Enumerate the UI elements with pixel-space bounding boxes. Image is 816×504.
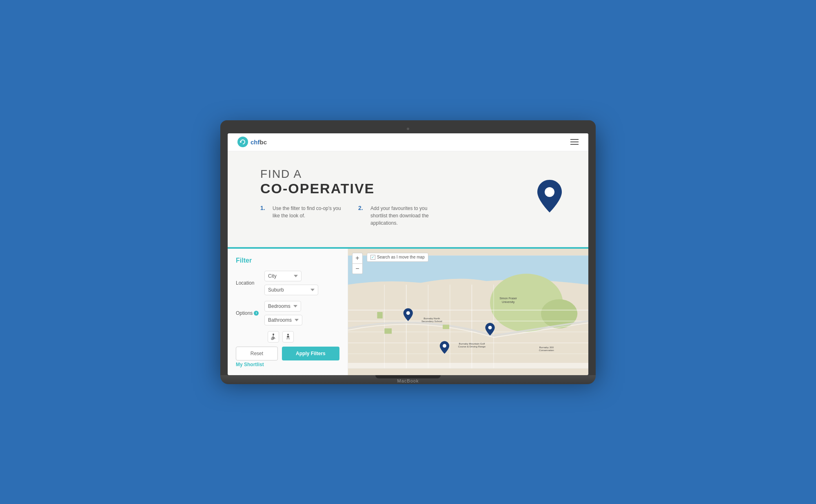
hero-step-1: 1. Use the filter to find co-op's you li…: [260, 205, 342, 227]
screen: chfbc FIND A CO-OPERATIVE 1.: [228, 133, 588, 375]
hamburger-line-3: [570, 144, 579, 145]
svg-text:Secondary School: Secondary School: [421, 319, 442, 322]
svg-point-5: [287, 334, 289, 335]
svg-point-33: [488, 325, 492, 329]
hero-title-coop: CO-OPERATIVE: [260, 181, 440, 197]
shortlist-link[interactable]: My Shortlist: [236, 360, 339, 368]
reset-button[interactable]: Reset: [236, 347, 278, 360]
svg-text:Simon Fraser: Simon Fraser: [499, 296, 517, 300]
hero-section: FIND A CO-OPERATIVE 1. Use the filter to…: [228, 151, 588, 247]
svg-text:Burnaby North: Burnaby North: [424, 316, 440, 319]
hero-title-find: FIND A: [260, 168, 440, 181]
svg-point-1: [240, 141, 242, 143]
logo-bc: bc: [260, 139, 267, 146]
svg-point-0: [237, 137, 248, 147]
suburb-select[interactable]: Suburb Burnaby Mountain Brentwood Metrot…: [264, 285, 318, 295]
hero-content: FIND A CO-OPERATIVE 1. Use the filter to…: [260, 168, 440, 227]
options-label: Options i: [236, 310, 264, 316]
laptop-brand: MacBook: [397, 378, 419, 383]
navbar: chfbc: [228, 133, 588, 151]
bathrooms-select[interactable]: Bathrooms 1 2 3+: [264, 315, 302, 325]
search-checkbox-icon[interactable]: [370, 255, 375, 260]
filter-sidebar: Filter Location City Burnaby Vancouver S…: [228, 249, 348, 375]
step-2-text: Add your favourites to you shortlist the…: [370, 205, 440, 227]
search-as-move-checkbox[interactable]: Search as I move the map: [367, 253, 428, 262]
step-1-number: 1.: [260, 205, 268, 211]
location-controls: City Burnaby Vancouver Surrey Suburb Bur…: [264, 271, 339, 295]
svg-text:Burnaby 200: Burnaby 200: [539, 346, 554, 349]
svg-point-2: [545, 187, 554, 197]
svg-point-4: [271, 338, 273, 340]
svg-rect-23: [443, 325, 449, 329]
step-2-number: 2.: [358, 205, 366, 211]
svg-rect-22: [384, 328, 392, 334]
step-1-text: Use the filter to find co-op's you like …: [273, 205, 342, 219]
svg-point-32: [406, 311, 410, 315]
bedrooms-select[interactable]: Bedrooms 1 2 3 4+: [264, 301, 301, 312]
search-checkbox-label: Search as I move the map: [377, 255, 425, 259]
accessibility-icons: [268, 331, 339, 343]
map-zoom-controls: + −: [352, 253, 363, 274]
svg-point-34: [443, 344, 446, 347]
svg-rect-35: [348, 363, 588, 368]
zoom-in-button[interactable]: +: [352, 253, 363, 263]
wheelchair-icon[interactable]: [268, 331, 279, 343]
filter-panel: Filter Location City Burnaby Vancouver S…: [236, 257, 339, 360]
logo-icon: [237, 137, 248, 147]
filter-buttons: Reset Apply Filters: [236, 347, 339, 360]
hamburger-line-2: [570, 141, 579, 142]
hero-step-2: 2. Add your favourites to you shortlist …: [358, 205, 440, 227]
svg-rect-21: [377, 312, 382, 318]
apply-filters-button[interactable]: Apply Filters: [282, 347, 339, 360]
logo-text: chfbc: [251, 139, 267, 146]
svg-text:Conservation: Conservation: [539, 349, 554, 351]
hamburger-line-1: [570, 139, 579, 140]
main-content: Filter Location City Burnaby Vancouver S…: [228, 249, 588, 375]
location-filter-row: Location City Burnaby Vancouver Surrey S…: [236, 271, 339, 295]
logo: chfbc: [237, 137, 267, 147]
logo-chf: chf: [251, 139, 260, 146]
filter-title: Filter: [236, 257, 339, 264]
options-filter-row: Options i Bedrooms 1 2 3 4+: [236, 301, 339, 325]
options-controls: Bedrooms 1 2 3 4+ Bathrooms 1 2: [264, 301, 339, 325]
svg-text:Burnaby Mountain Golf: Burnaby Mountain Golf: [459, 342, 485, 345]
map-svg: Simon Fraser University Burnaby North Se…: [348, 249, 588, 375]
map-area[interactable]: + − Search as I move the map: [348, 249, 588, 375]
camera: [407, 128, 409, 130]
svg-text:Course & Driving Range: Course & Driving Range: [458, 345, 486, 348]
zoom-out-button[interactable]: −: [352, 263, 363, 274]
hero-steps: 1. Use the filter to find co-op's you li…: [260, 205, 440, 227]
laptop-base: MacBook: [220, 375, 596, 384]
hamburger-menu[interactable]: [570, 139, 579, 145]
hero-pin-icon: [535, 178, 564, 216]
city-select[interactable]: City Burnaby Vancouver Surrey: [264, 271, 302, 281]
info-icon: i: [254, 311, 259, 316]
svg-text:University: University: [502, 300, 515, 303]
person-icon[interactable]: [282, 331, 294, 343]
laptop-container: chfbc FIND A CO-OPERATIVE 1.: [220, 120, 596, 384]
screen-bezel: chfbc FIND A CO-OPERATIVE 1.: [220, 120, 596, 375]
location-label: Location: [236, 280, 264, 286]
